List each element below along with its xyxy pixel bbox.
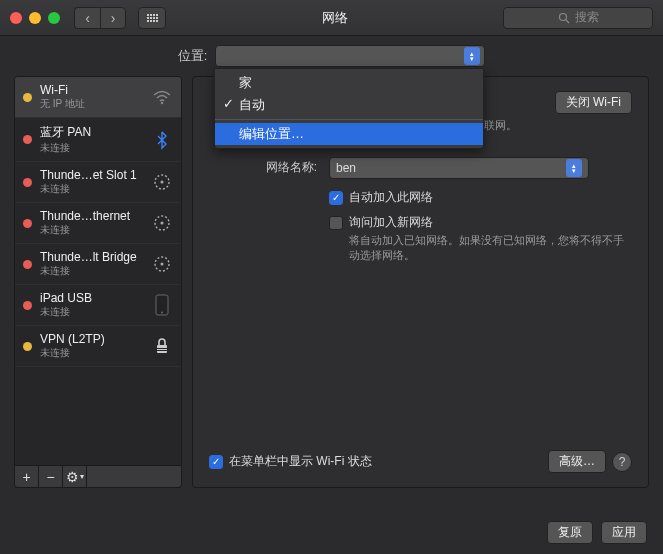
chevron-updown-icon: ▴▾ — [566, 159, 582, 177]
grid-icon — [147, 14, 158, 22]
location-option-home[interactable]: 家 — [215, 72, 483, 94]
show-all-button[interactable] — [138, 7, 166, 29]
ipad-icon — [151, 294, 173, 316]
footer-buttons: 复原 应用 — [547, 521, 647, 544]
search-placeholder: 搜索 — [575, 9, 599, 26]
service-name: VPN (L2TP) — [40, 332, 143, 346]
location-edit[interactable]: 编辑位置… — [215, 123, 483, 145]
titlebar: ‹ › 网络 搜索 — [0, 0, 663, 36]
menu-separator — [215, 119, 483, 120]
ask-join-label: 询问加入新网络 — [349, 214, 433, 231]
service-name: Thunde…et Slot 1 — [40, 168, 143, 182]
thunderbolt-icon — [151, 171, 173, 193]
close-icon[interactable] — [10, 12, 22, 24]
service-sub: 未连接 — [40, 305, 143, 319]
svg-point-0 — [559, 13, 566, 20]
chevron-updown-icon: ▴▾ — [464, 47, 480, 65]
status-dot — [23, 178, 32, 187]
status-dot — [23, 93, 32, 102]
lock-icon — [151, 335, 173, 357]
svg-point-8 — [161, 263, 164, 266]
service-sub: 未连接 — [40, 264, 143, 278]
svg-line-1 — [566, 20, 569, 23]
forward-button[interactable]: › — [100, 7, 126, 29]
svg-point-4 — [161, 181, 164, 184]
network-name-label: 网络名称: — [209, 157, 329, 176]
back-button[interactable]: ‹ — [74, 7, 100, 29]
network-name-select[interactable]: ben ▴▾ — [329, 157, 589, 179]
nav-buttons: ‹ › — [74, 7, 126, 29]
status-dot — [23, 301, 32, 310]
location-row: 位置: ▴▾ 家 自动 编辑位置… — [0, 36, 663, 76]
service-item-0[interactable]: Wi-Fi无 IP 地址 — [15, 77, 181, 118]
location-select[interactable]: ▴▾ — [215, 45, 485, 67]
service-item-3[interactable]: Thunde…thernet未连接 — [15, 203, 181, 244]
service-sub: 无 IP 地址 — [40, 97, 143, 111]
menubar-checkbox[interactable]: ✓ — [209, 455, 223, 469]
service-sub: 未连接 — [40, 182, 143, 196]
svg-point-6 — [161, 222, 164, 225]
status-dot — [23, 342, 32, 351]
svg-rect-12 — [156, 348, 168, 349]
service-sub: 未连接 — [40, 346, 143, 360]
auto-join-label: 自动加入此网络 — [349, 189, 433, 206]
service-sub: 未连接 — [40, 223, 143, 237]
ask-join-hint: 将自动加入已知网络。如果没有已知网络，您将不得不手动选择网络。 — [349, 233, 632, 264]
status-dot — [23, 135, 32, 144]
toggle-wifi-button[interactable]: 关闭 Wi-Fi — [555, 91, 632, 114]
menubar-label: 在菜单栏中显示 Wi-Fi 状态 — [229, 453, 372, 470]
add-service-button[interactable]: + — [15, 466, 39, 487]
service-item-1[interactable]: 蓝牙 PAN未连接 — [15, 118, 181, 162]
thunderbolt-icon — [151, 253, 173, 275]
network-name-value: ben — [336, 161, 356, 175]
svg-point-2 — [161, 102, 163, 104]
service-name: 蓝牙 PAN — [40, 124, 143, 141]
help-button[interactable]: ? — [612, 452, 632, 472]
gear-icon: ⚙︎ — [66, 469, 79, 485]
svg-rect-13 — [156, 350, 168, 351]
service-toolbar: + − ⚙︎▾ — [14, 466, 182, 488]
service-name: Wi-Fi — [40, 83, 143, 97]
auto-join-checkbox[interactable]: ✓ — [329, 191, 343, 205]
sidebar: Wi-Fi无 IP 地址蓝牙 PAN未连接Thunde…et Slot 1未连接… — [14, 76, 182, 488]
window-title: 网络 — [174, 9, 495, 27]
search-icon — [558, 12, 570, 24]
service-item-2[interactable]: Thunde…et Slot 1未连接 — [15, 162, 181, 203]
service-item-5[interactable]: iPad USB未连接 — [15, 285, 181, 326]
service-sub: 未连接 — [40, 141, 143, 155]
location-dropdown: 家 自动 编辑位置… — [214, 68, 484, 149]
traffic-lights — [10, 12, 60, 24]
service-name: iPad USB — [40, 291, 143, 305]
status-dot — [23, 219, 32, 228]
bluetooth-icon — [151, 129, 173, 151]
ask-join-checkbox[interactable] — [329, 216, 343, 230]
search-input[interactable]: 搜索 — [503, 7, 653, 29]
service-name: Thunde…thernet — [40, 209, 143, 223]
remove-service-button[interactable]: − — [39, 466, 63, 487]
wifi-icon — [151, 86, 173, 108]
location-option-auto[interactable]: 自动 — [215, 94, 483, 116]
service-item-4[interactable]: Thunde…lt Bridge未连接 — [15, 244, 181, 285]
service-item-6[interactable]: VPN (L2TP)未连接 — [15, 326, 181, 367]
minimize-icon[interactable] — [29, 12, 41, 24]
service-actions-button[interactable]: ⚙︎▾ — [63, 466, 87, 487]
status-dot — [23, 260, 32, 269]
revert-button[interactable]: 复原 — [547, 521, 593, 544]
thunderbolt-icon — [151, 212, 173, 234]
service-list[interactable]: Wi-Fi无 IP 地址蓝牙 PAN未连接Thunde…et Slot 1未连接… — [14, 76, 182, 466]
location-label: 位置: — [178, 47, 208, 65]
zoom-icon[interactable] — [48, 12, 60, 24]
apply-button[interactable]: 应用 — [601, 521, 647, 544]
advanced-button[interactable]: 高级… — [548, 450, 606, 473]
svg-point-10 — [161, 312, 163, 314]
service-name: Thunde…lt Bridge — [40, 250, 143, 264]
